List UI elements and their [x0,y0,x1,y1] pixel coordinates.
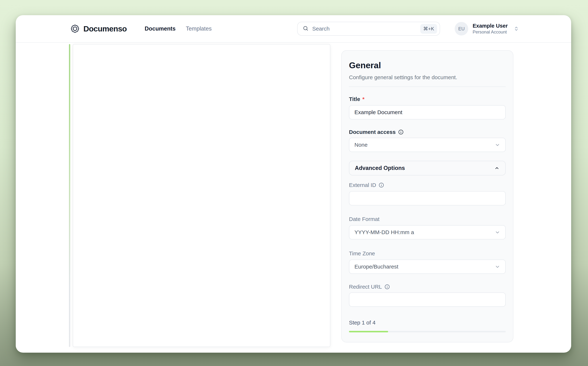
general-settings-panel: General Configure general settings for t… [341,50,513,343]
info-icon[interactable] [384,284,390,290]
date-format-select[interactable]: YYYY-MM-DD HH:mm a [349,225,506,239]
chevron-down-icon [495,229,500,235]
time-zone-label: Time Zone [349,250,506,257]
progress-fill [349,331,388,332]
top-navbar: Documenso Documents Templates Search ⌘+K… [16,15,571,43]
required-asterisk: * [362,96,364,102]
account-name: Example User [473,23,508,29]
redirect-url-input[interactable] [349,292,506,307]
chevron-up-icon [494,165,500,171]
document-access-select[interactable]: None [349,138,506,152]
avatar: EU [455,22,468,36]
brand-logo[interactable]: Documenso [71,24,127,33]
search-icon [303,25,309,32]
panel-title: General [349,61,506,69]
nav-item-templates[interactable]: Templates [186,25,211,32]
document-accent-line [69,44,70,347]
info-icon[interactable] [398,129,404,135]
search-shortcut-badge: ⌘+K [420,24,437,34]
pdf-page-preview [73,44,330,347]
documenso-badge-icon [71,24,79,33]
search-placeholder: Search [312,26,417,32]
external-id-label: External ID [349,182,506,188]
chevron-down-icon [495,142,500,148]
nav-item-documents[interactable]: Documents [145,25,176,32]
content-area: General Configure general settings for t… [16,43,571,352]
date-format-label: Date Format [349,216,506,222]
chevrons-up-down-icon [512,26,520,32]
main-nav: Documents Templates [145,25,211,32]
desktop-background: { "header": { "brand": "Documenso", "nav… [0,0,588,366]
title-input[interactable] [349,105,506,119]
title-field-label: Title * [349,96,506,102]
info-icon[interactable] [379,182,384,188]
account-menu-button[interactable]: EU Example User Personal Account [455,22,520,36]
advanced-options-toggle[interactable]: Advanced Options [349,161,506,175]
redirect-url-label: Redirect URL [349,284,506,290]
panel-subtitle: Configure general settings for the docum… [349,74,506,81]
step-indicator: Step 1 of 4 [349,320,506,326]
search-input[interactable]: Search ⌘+K [297,22,440,36]
brand-name: Documenso [83,24,127,33]
external-id-input[interactable] [349,191,506,206]
account-type: Personal Account [473,30,508,34]
app-window: Documenso Documents Templates Search ⌘+K… [16,15,571,353]
step-progress-track [349,331,506,332]
document-access-label: Document access [349,129,506,135]
chevron-down-icon [495,264,500,269]
divider [349,86,506,87]
time-zone-combobox[interactable]: Europe/Bucharest [349,259,506,274]
